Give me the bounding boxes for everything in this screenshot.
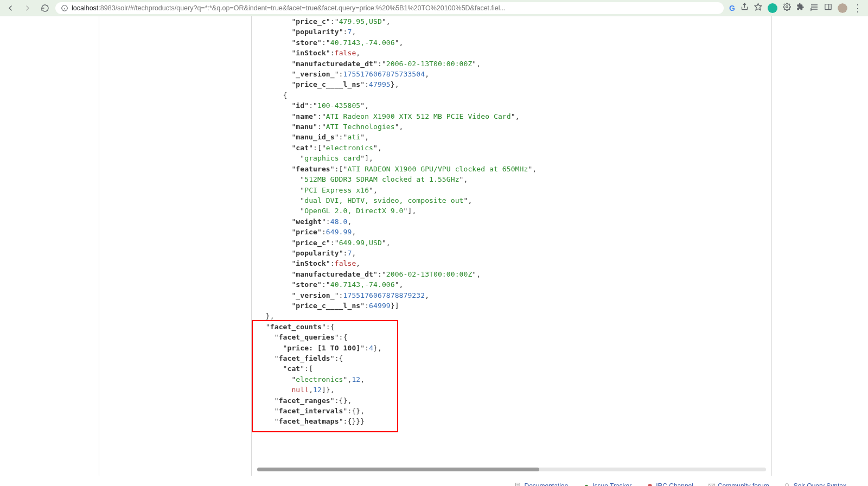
reload-button[interactable] xyxy=(38,2,52,15)
mail-icon xyxy=(709,483,715,486)
svg-point-15 xyxy=(648,484,652,486)
footer-issue-tracker[interactable]: Issue Tracker xyxy=(583,482,631,486)
json-output: "price_c":"479.95,USD", "popularity":7, … xyxy=(252,16,771,429)
avatar-icon[interactable] xyxy=(838,3,847,13)
result-panel: "price_c":"479.95,USD", "popularity":7, … xyxy=(252,16,772,476)
playlist-icon[interactable] xyxy=(810,3,819,14)
gear-icon[interactable] xyxy=(783,3,791,13)
back-button[interactable] xyxy=(3,2,17,15)
scrollbar-thumb[interactable] xyxy=(257,468,539,471)
google-icon[interactable]: G xyxy=(729,4,735,12)
horizontal-scrollbar[interactable] xyxy=(257,468,766,471)
star-icon[interactable] xyxy=(754,3,762,13)
chrome-action-icons: G ⋮ xyxy=(727,3,865,14)
extensions-icon[interactable] xyxy=(796,3,805,13)
bug-icon xyxy=(583,483,590,486)
address-bar[interactable]: localhost:8983/solr/#/techproducts/query… xyxy=(55,2,724,14)
grammarly-icon[interactable] xyxy=(768,3,777,13)
panel-icon[interactable] xyxy=(824,3,832,13)
footer-documentation[interactable]: Documentation xyxy=(515,482,568,486)
svg-point-5 xyxy=(786,6,788,8)
site-info-icon[interactable] xyxy=(61,4,68,12)
url-text: localhost:8983/solr/#/techproducts/query… xyxy=(72,4,506,12)
query-sidebar xyxy=(99,16,252,476)
footer-links: Documentation Issue Tracker IRC Channel … xyxy=(0,476,868,486)
chat-icon xyxy=(647,483,653,486)
share-icon[interactable] xyxy=(741,3,749,13)
forward-button[interactable] xyxy=(21,2,35,15)
doc-icon xyxy=(515,483,521,486)
footer-irc[interactable]: IRC Channel xyxy=(647,482,693,486)
kebab-menu-icon[interactable]: ⋮ xyxy=(853,3,863,13)
svg-marker-4 xyxy=(755,3,762,10)
footer-forum[interactable]: Community forum xyxy=(709,482,769,486)
browser-toolbar: localhost:8983/solr/#/techproducts/query… xyxy=(0,0,868,16)
svg-rect-16 xyxy=(709,484,715,486)
search-icon xyxy=(784,483,791,486)
svg-rect-9 xyxy=(825,4,831,10)
svg-point-17 xyxy=(785,484,788,487)
footer-syntax[interactable]: Solr Query Syntax xyxy=(784,482,846,486)
